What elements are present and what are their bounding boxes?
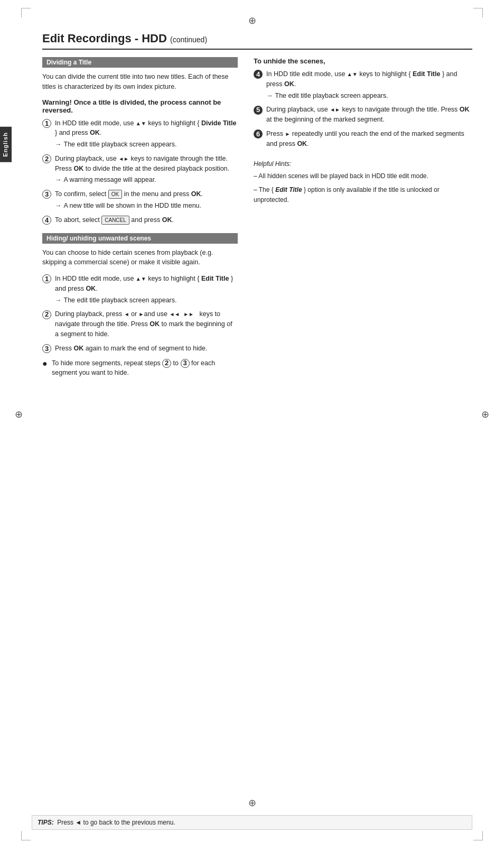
step3-sub: → A new title will be shown in the HDD t… [55, 201, 238, 211]
bullet-text: To hide more segments, repeat steps 2 to… [52, 358, 238, 378]
down-arrow-icon [141, 119, 146, 127]
section2-intro: You can choose to hide certain scenes fr… [42, 248, 238, 268]
step1-content: In HDD title edit mode, use keys to high… [55, 118, 238, 150]
helpful-hints: Helpful Hints: – All hidden scenes will … [254, 159, 472, 205]
arrow-icon3: → [55, 201, 62, 211]
right-arrow-icon [124, 155, 129, 162]
step-2: 2 During playback, use keys to navigate … [42, 154, 238, 185]
side-tab-english: English [0, 127, 12, 162]
page: ⊕ ⊕ ⊕ ⊕ English Edit Recordings - HDD (c… [0, 0, 504, 851]
corner-bl [21, 831, 31, 840]
right-step6-content: Press repeatedly until you reach the end… [266, 129, 472, 149]
hide-step1-sub: → The edit title playback screen appears… [55, 295, 238, 306]
right-step4-num: 4 [254, 69, 264, 80]
arrow-icon2: → [55, 175, 62, 185]
right-step-6: 6 Press repeatedly until you reach the e… [254, 129, 472, 149]
left-arrow-icon2 [124, 310, 129, 318]
hide-step-1: 1 In HDD title edit mode, use keys to hi… [42, 274, 238, 305]
hide-step1-num: 1 [42, 273, 53, 284]
cancel-button-icon: CANCEL [101, 216, 129, 225]
up-arrow-icon3 [347, 70, 352, 78]
step4-num: 4 [42, 215, 53, 226]
right-step6-num: 6 [254, 128, 264, 140]
ff-icon [183, 310, 194, 318]
crosshair-top: ⊕ [248, 15, 256, 26]
bullet-dot: ● [42, 358, 50, 368]
bullet-item: ● To hide more segments, repeat steps 2 … [42, 358, 238, 378]
tips-text: Press ◄ to go back to the previous menu. [57, 819, 175, 826]
crosshair-left-mid: ⊕ [15, 409, 23, 420]
right-step5-content: During playback, use keys to navigate th… [266, 105, 472, 125]
corner-br [473, 831, 483, 840]
right-arrow-icon3 [335, 106, 340, 113]
left-arrow-icon3 [330, 106, 335, 113]
tips-bar: TIPS: Press ◄ to go back to the previous… [32, 815, 472, 830]
right-section-title: To unhide the scenes, [254, 57, 472, 65]
hide-step-3: 3 Press OK again to mark the end of segm… [42, 344, 238, 354]
step2-num: 2 [42, 153, 53, 164]
hide-step2-content: During playback, press or and use keys t… [55, 309, 238, 339]
step2-sub: → A warning message will appear. [55, 175, 238, 185]
hide-step-2: 2 During playback, press or and use keys… [42, 309, 238, 339]
page-title: Edit Recordings - HDD (continued) [42, 32, 472, 50]
hide-step1-content: In HDD title edit mode, use keys to high… [55, 274, 238, 305]
hide-step3-num: 3 [42, 343, 53, 354]
hints-title: Helpful Hints: [254, 159, 472, 169]
rewind-icon [169, 310, 180, 318]
hide-step3-content: Press OK again to mark the end of segmen… [55, 344, 238, 354]
arrow-icon5: → [266, 91, 273, 101]
hint-item-1: – All hidden scenes will be played back … [254, 171, 472, 181]
crosshair-bottom: ⊕ [248, 797, 256, 809]
right-arrow-icon2 [139, 310, 144, 318]
step-1: 1 In HDD title edit mode, use keys to hi… [42, 118, 238, 150]
crosshair-right-mid: ⊕ [481, 409, 489, 420]
ok-button-icon: OK [108, 190, 122, 199]
right-step-5: 5 During playback, use keys to navigate … [254, 105, 472, 125]
left-column: Dividing a Title You can divide the curr… [42, 57, 238, 381]
up-arrow-icon2 [136, 275, 141, 282]
corner-tr [473, 8, 483, 17]
arrow-icon4: → [55, 295, 62, 306]
step4-content: To abort, select CANCEL and press OK. [55, 215, 238, 225]
step3-num: 3 [42, 189, 53, 200]
step-3: 3 To confirm, select OK in the menu and … [42, 189, 238, 211]
section1-warning: Warning! Once a title is divided, the pr… [42, 98, 238, 114]
right-column: To unhide the scenes, 4 In HDD title edi… [254, 57, 472, 381]
section1-header: Dividing a Title [42, 57, 238, 68]
right-step-4: 4 In HDD title edit mode, use keys to hi… [254, 69, 472, 100]
right-step4-sub: → The edit title playback screen appears… [266, 91, 472, 101]
down-arrow-icon3 [352, 70, 358, 78]
arrow-icon: → [55, 140, 62, 150]
right-step5-num: 5 [254, 104, 264, 115]
right-step4-content: In HDD title edit mode, use keys to high… [266, 69, 472, 100]
section1-intro: You can divide the current title into tw… [42, 72, 238, 92]
main-columns: Dividing a Title You can divide the curr… [42, 57, 472, 381]
corner-tl [21, 8, 31, 17]
step-4: 4 To abort, select CANCEL and press OK. [42, 215, 238, 226]
step2-content: During playback, use keys to navigate th… [55, 154, 238, 185]
down-arrow-icon2 [141, 275, 146, 282]
section2-header: Hiding/ unhiding unwanted scenes [42, 233, 238, 244]
left-arrow-icon [118, 155, 124, 162]
hide-step2-num: 2 [42, 309, 53, 320]
tips-label: TIPS: [38, 819, 54, 826]
up-arrow-icon [136, 119, 141, 127]
hint-item-2: – The { Edit Title } option is only avai… [254, 185, 472, 205]
play-icon [285, 130, 290, 137]
step1-sub: → The edit title playback screen appears… [55, 140, 238, 150]
step3-content: To confirm, select OK in the menu and pr… [55, 189, 238, 211]
step1-num: 1 [42, 118, 53, 129]
